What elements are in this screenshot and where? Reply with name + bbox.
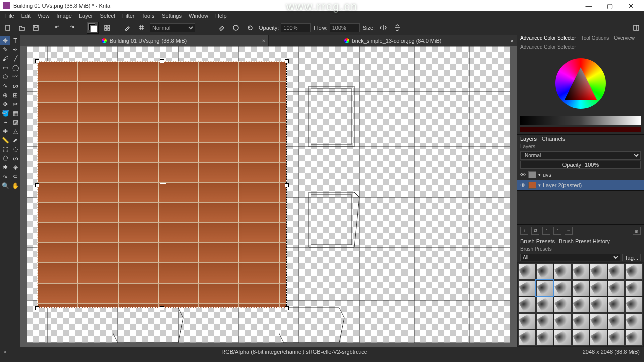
move-up-button[interactable]: ˄ [553, 227, 561, 235]
brush-preset[interactable] [590, 280, 607, 296]
tool-ellipse[interactable]: ◯ [10, 63, 20, 72]
brush-preset[interactable] [536, 330, 554, 346]
tool-select-rect[interactable]: ⬚ [0, 145, 10, 154]
transform-handle-w[interactable] [35, 183, 39, 187]
brush-preset[interactable] [625, 330, 643, 346]
layer-opacity[interactable]: Opacity: 100% [520, 161, 641, 169]
hue-ring[interactable] [555, 58, 606, 109]
brush-preset[interactable] [608, 313, 625, 329]
brush-preset[interactable] [625, 280, 643, 296]
layer-name[interactable]: Layer 2(pasted) [543, 182, 582, 188]
tab-color-selector[interactable]: Advanced Color Selector [520, 35, 576, 43]
tab-close-icon[interactable]: × [262, 38, 265, 44]
tool-multibrush[interactable]: ⊞ [10, 90, 20, 100]
dup-layer-button[interactable]: ⧉ [531, 227, 539, 235]
brush-preset[interactable] [536, 297, 554, 313]
reload-preset-button[interactable] [245, 22, 256, 33]
channels-tab[interactable]: Channels [542, 136, 565, 142]
menu-select[interactable]: Select [97, 12, 118, 20]
transform-handle-e[interactable] [285, 183, 289, 187]
menu-window[interactable]: Window [186, 12, 211, 20]
grid-button[interactable] [136, 22, 147, 33]
brush-preset[interactable] [536, 313, 554, 329]
brush-preset[interactable] [518, 330, 536, 346]
document[interactable] [27, 46, 510, 343]
tool-move[interactable]: ✥ [0, 100, 10, 109]
recent-colors-strip[interactable] [520, 127, 641, 132]
tool-calligraphy[interactable]: ✒ [10, 45, 20, 54]
tool-pattern[interactable]: ▨ [10, 118, 20, 127]
alpha-inherit-icon[interactable]: ▾ [538, 172, 541, 177]
tool-brush[interactable]: 🖌 [0, 54, 10, 63]
layer-item-pasted[interactable]: 👁 ▾ Layer 2(pasted) [517, 180, 644, 190]
menu-settings[interactable]: Settings [158, 12, 185, 20]
open-file-button[interactable] [16, 22, 27, 33]
layer-item-uvs[interactable]: 👁 ▾ uvs [517, 170, 644, 180]
move-down-button[interactable]: ˅ [542, 227, 550, 235]
tool-text[interactable]: T [10, 36, 20, 45]
workspace-button[interactable] [631, 22, 642, 33]
transform-handle-s[interactable] [160, 306, 164, 310]
tab-tool-options[interactable]: Tool Options [581, 35, 609, 43]
menu-view[interactable]: View [35, 12, 53, 20]
brush-tag-button[interactable]: Tag... [622, 254, 641, 261]
transform-handle-sw[interactable] [35, 306, 39, 310]
brush-preset[interactable] [554, 313, 572, 329]
alpha-lock-toggle[interactable] [230, 22, 242, 33]
tool-polyline[interactable]: 〰 [10, 72, 20, 81]
layer-name[interactable]: uvs [543, 172, 551, 178]
tool-select-poly[interactable]: ⬠ [0, 154, 10, 163]
eraser-toggle[interactable] [216, 22, 227, 33]
minimize-button[interactable]: — [579, 1, 599, 11]
brush-preset[interactable] [536, 263, 554, 280]
maximize-button[interactable]: ▢ [600, 1, 620, 11]
blend-mode-select[interactable]: Normal [150, 23, 195, 32]
brush-preset[interactable] [608, 330, 625, 346]
tool-smart-patch[interactable]: ✚ [0, 127, 10, 136]
mirror-v-button[interactable] [392, 22, 403, 33]
undo-button[interactable] [52, 22, 63, 33]
brush-preset[interactable] [554, 330, 572, 346]
brush-preset[interactable] [590, 330, 607, 346]
close-button[interactable]: ✕ [621, 1, 641, 11]
brush-preset[interactable] [608, 280, 625, 296]
layer-blend-mode[interactable]: Normal [520, 151, 641, 160]
tool-edit-shapes[interactable]: ✎ [0, 45, 10, 54]
brush-preset[interactable] [572, 313, 590, 329]
brush-preset[interactable] [590, 313, 607, 329]
tool-reference[interactable]: ⬈ [10, 136, 20, 145]
brush-preset[interactable] [554, 263, 572, 280]
tool-pan[interactable]: ✋ [10, 181, 20, 190]
brush-preset[interactable] [590, 263, 607, 280]
mirror-h-button[interactable] [378, 22, 389, 33]
menu-filter[interactable]: Filter [119, 12, 137, 20]
tool-fill[interactable]: 🪣 [0, 109, 10, 118]
brush-preset[interactable] [518, 313, 536, 329]
tool-transform[interactable]: ✥ [0, 36, 10, 45]
redo-button[interactable] [66, 22, 77, 33]
canvas-viewport[interactable] [20, 46, 517, 347]
transform-handle-ne[interactable] [285, 59, 289, 63]
add-layer-button[interactable]: + [520, 227, 528, 235]
tool-assistant[interactable]: △ [10, 127, 20, 136]
brush-preset[interactable] [572, 263, 590, 280]
background-color[interactable] [90, 25, 97, 32]
opacity-input[interactable] [281, 23, 311, 32]
brush-preset[interactable] [518, 297, 536, 313]
brush-preset[interactable] [608, 263, 625, 280]
tab-brick-texture[interactable]: brick_simple_13-color.jpg (84.0 MiB) × [269, 35, 517, 46]
tool-rectangle[interactable]: ▭ [0, 63, 10, 72]
brush-preset[interactable] [518, 263, 536, 280]
tool-bezier[interactable]: ∿ [0, 81, 10, 90]
tab-building-uvs[interactable]: Building 01 UVs.png (38.8 MiB) × [20, 35, 269, 46]
transform-center[interactable] [160, 183, 166, 189]
color-wheel[interactable] [517, 51, 644, 116]
transform-handle-nw[interactable] [35, 59, 39, 63]
menu-help[interactable]: Help [212, 12, 230, 20]
alpha-inherit-icon[interactable]: ▾ [538, 183, 541, 188]
layers-tab[interactable]: Layers [520, 136, 537, 142]
brush-preset[interactable] [554, 280, 572, 296]
tool-select-similar[interactable]: ◈ [10, 163, 20, 172]
brush-preset[interactable] [572, 297, 590, 313]
tool-freehand-path[interactable]: ᔕ [10, 81, 20, 90]
